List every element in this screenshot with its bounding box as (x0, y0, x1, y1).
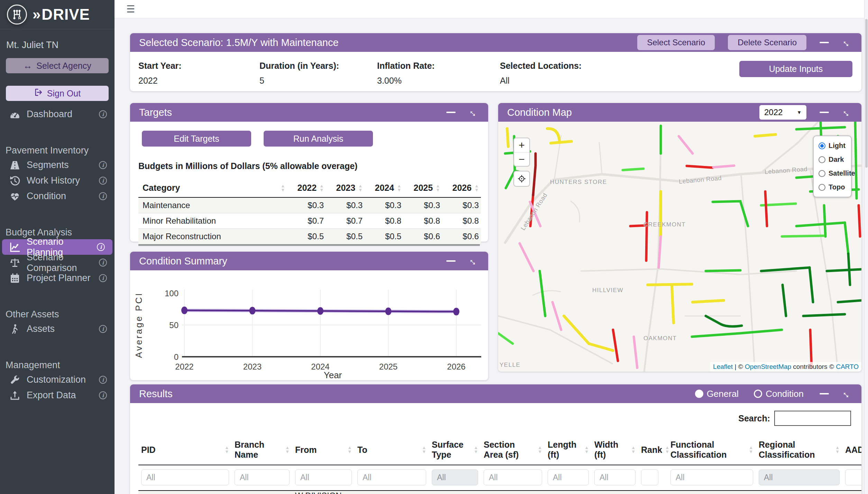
sidebar-item-work-history[interactable]: Work History i (0, 173, 115, 188)
leaflet-link[interactable]: Leaflet (713, 363, 733, 370)
select-agency-button[interactable]: ↔ Select Agency (6, 58, 109, 73)
info-icon[interactable]: i (99, 177, 107, 185)
search-input[interactable] (774, 411, 851, 426)
inflation-rate-value: 3.00% (377, 76, 500, 86)
aadt-filter-input[interactable] (845, 469, 861, 485)
minimize-icon[interactable] (446, 112, 456, 113)
radio-icon (819, 170, 825, 177)
info-icon[interactable]: i (99, 161, 107, 169)
results-table: PID▲▼ Branch Name▲▼ From▲▼ To▲▼ Surface … (138, 436, 861, 494)
scrollbar-thumb[interactable] (865, 19, 868, 168)
page-scrollbar[interactable] (864, 0, 868, 494)
expand-icon[interactable]: ↔ (840, 386, 855, 401)
info-icon[interactable]: i (99, 325, 107, 333)
column-header-branch-name[interactable]: Branch Name▲▼ (232, 436, 292, 465)
info-icon[interactable]: i (99, 259, 107, 267)
results-table-wrap: PID▲▼ Branch Name▲▼ From▲▼ To▲▼ Surface … (138, 436, 861, 494)
width-filter-input[interactable] (594, 469, 636, 485)
sidebar-section-other-assets: Other Assets (0, 307, 115, 321)
edit-targets-button[interactable]: Edit Targets (142, 131, 251, 147)
layer-option-light[interactable]: Light (819, 142, 851, 150)
table-row[interactable]: Maintenance $0.3 $0.3 $0.3 $0.3 $0.3 (138, 197, 481, 213)
select-scenario-button[interactable]: Select Scenario (637, 35, 715, 50)
column-header-from[interactable]: From▲▼ (292, 436, 355, 465)
from-filter-input[interactable] (295, 469, 352, 485)
condition-map-canvas[interactable] (498, 122, 861, 372)
sign-out-button[interactable]: Sign Out (6, 86, 109, 101)
carto-link[interactable]: CARTO (836, 363, 859, 370)
info-icon[interactable]: i (97, 243, 105, 251)
run-analysis-button[interactable]: Run Analysis (264, 131, 373, 147)
delete-scenario-button[interactable]: Delete Scenario (728, 35, 806, 50)
update-inputs-button[interactable]: Update Inputs (739, 61, 852, 77)
zoom-out-button[interactable]: − (514, 152, 529, 166)
hamburger-menu-icon[interactable]: ☰ (126, 3, 135, 15)
layer-option-satellite[interactable]: Satellite (819, 169, 851, 177)
condition-summary-title: Condition Summary (139, 255, 227, 267)
table-row[interactable]: Major Reconstruction $0.5 $0.5 $0.5 $0.6… (138, 229, 481, 244)
sidebar-item-segments[interactable]: Segments i (0, 157, 115, 173)
column-header-section-area[interactable]: Section Area (sf)▲▼ (481, 436, 545, 465)
sidebar-item-dashboard[interactable]: Dashboard i (0, 106, 115, 122)
to-filter-input[interactable] (357, 469, 426, 485)
expand-icon[interactable]: ↔ (467, 254, 481, 268)
mode-condition-radio[interactable]: Condition (754, 389, 804, 399)
column-header-2022[interactable]: 2022▲▼ (287, 179, 326, 197)
regional-classification-filter-select[interactable]: All (759, 469, 840, 485)
sidebar-item-customization[interactable]: Customization i (0, 372, 115, 388)
mode-general-radio[interactable]: General (695, 389, 739, 399)
map-year-select[interactable]: 2022 ▼ (759, 105, 806, 120)
table-row[interactable]: MTJULIET::2NDAVE::100 2ND AVE W DIVISION… (138, 491, 861, 494)
minimize-icon[interactable] (820, 112, 829, 113)
column-header-2026[interactable]: 2026▲▼ (442, 179, 481, 197)
length-filter-input[interactable] (548, 469, 589, 485)
start-year-value: 2022 (138, 76, 259, 86)
column-header-regional-classification[interactable]: Regional Classification▲▼ (756, 436, 842, 465)
column-header-to[interactable]: To▲▼ (355, 436, 429, 465)
minimize-icon[interactable] (820, 42, 829, 43)
column-header-2023[interactable]: 2023▲▼ (326, 179, 365, 197)
info-icon[interactable]: i (99, 391, 107, 399)
sort-icon: ▲▼ (436, 184, 440, 192)
info-icon[interactable]: i (99, 192, 107, 200)
pid-filter-input[interactable] (141, 469, 229, 485)
column-header-pid[interactable]: PID▲▼ (138, 436, 232, 465)
zoom-in-button[interactable]: + (514, 138, 529, 152)
info-icon[interactable]: i (99, 110, 107, 118)
info-icon[interactable]: i (99, 376, 107, 384)
sidebar-item-condition[interactable]: Condition i (0, 188, 115, 204)
column-header-surface-type[interactable]: Surface Type▲▼ (429, 436, 481, 465)
budgets-caption: Budgets in Millions of Dollars (5% allow… (138, 161, 480, 171)
osm-link[interactable]: OpenStreetMap (745, 363, 791, 370)
expand-icon[interactable]: ↔ (840, 35, 855, 50)
sidebar-item-assets[interactable]: Assets i (0, 321, 115, 337)
column-header-aadt[interactable]: AADT▲▼ (842, 436, 861, 465)
locate-button[interactable] (513, 171, 530, 187)
column-header-width[interactable]: Width (ft)▲▼ (592, 436, 638, 465)
column-header-2025[interactable]: 2025▲▼ (403, 179, 442, 197)
rank-filter-input[interactable] (641, 469, 658, 485)
section-area-filter-input[interactable] (484, 469, 542, 485)
layer-option-topo[interactable]: Topo (819, 183, 851, 191)
surface-type-filter-select[interactable]: All (432, 469, 478, 485)
sidebar-item-export-data[interactable]: Export Data i (0, 388, 115, 403)
column-header-category[interactable]: Category▲▼ (138, 179, 287, 197)
minimize-icon[interactable] (820, 393, 829, 394)
expand-icon[interactable]: ↔ (840, 105, 855, 120)
minimize-icon[interactable] (446, 260, 456, 262)
functional-classification-filter-input[interactable] (670, 469, 753, 485)
column-header-functional-classification[interactable]: Functional Classification▲▼ (668, 436, 756, 465)
layer-option-dark[interactable]: Dark (819, 156, 851, 164)
table-row[interactable]: Minor Rehabilitation $0.7 $0.7 $0.8 $0.8… (138, 213, 481, 229)
column-header-rank[interactable]: Rank▲▼ (638, 436, 668, 465)
targets-body: Edit Targets Run Analysis Budgets in Mil… (130, 122, 488, 255)
sidebar-item-project-planner[interactable]: Project Planner i (0, 270, 115, 286)
sidebar-item-label: Dashboard (27, 109, 72, 120)
expand-icon[interactable]: ↔ (467, 105, 481, 120)
branch-name-filter-input[interactable] (235, 469, 290, 485)
column-header-2024[interactable]: 2024▲▼ (365, 179, 403, 197)
info-icon[interactable]: i (99, 274, 107, 282)
sidebar-item-label: Export Data (27, 390, 76, 401)
sidebar-item-scenario-comparison[interactable]: Scenario Comparison i (0, 255, 115, 270)
column-header-length[interactable]: Length (ft)▲▼ (545, 436, 592, 465)
